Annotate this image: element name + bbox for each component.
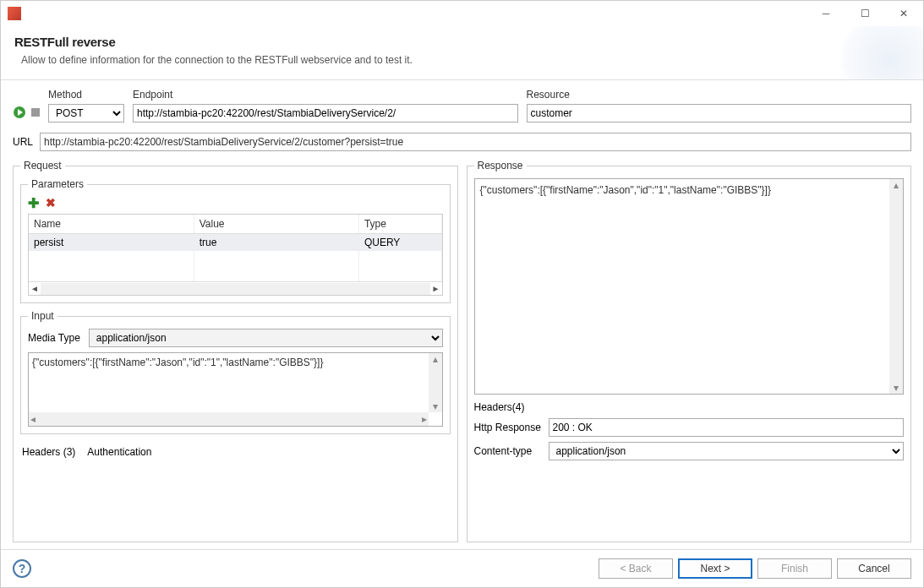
remove-parameter-icon[interactable]: ✖	[46, 197, 56, 210]
headers-tab[interactable]: Headers (3)	[22, 446, 75, 458]
wizard-footer: ? < Back Next > Finish Cancel	[1, 549, 923, 587]
media-type-select[interactable]: application/json	[89, 329, 443, 347]
authentication-tab[interactable]: Authentication	[87, 446, 151, 458]
vscroll[interactable]: ▴▾	[429, 353, 442, 412]
next-button[interactable]: Next >	[678, 558, 752, 579]
titlebar: ─ ☐ ✕	[1, 1, 923, 26]
cancel-button[interactable]: Cancel	[837, 558, 911, 579]
hscroll[interactable]: ◂▸	[29, 412, 429, 426]
table-row[interactable]: persist true QUERY	[29, 234, 441, 252]
connection-row: Method POST Endpoint Resource	[13, 89, 911, 122]
col-value: Value	[194, 215, 358, 234]
content-type-select[interactable]: application/json	[549, 442, 905, 460]
request-body-input[interactable]: {"customers":[{"firstName":"Jason","id":…	[28, 352, 443, 427]
vscroll[interactable]: ▴▾	[889, 179, 903, 394]
minimize-button[interactable]: ─	[806, 1, 845, 26]
input-legend: Input	[28, 310, 57, 322]
maximize-button[interactable]: ☐	[845, 1, 884, 26]
header-decoration	[839, 26, 923, 80]
col-name: Name	[29, 215, 194, 234]
http-response-label: Http Response	[474, 422, 544, 433]
col-type: Type	[358, 215, 441, 234]
resource-label: Resource	[527, 89, 912, 101]
response-legend: Response	[474, 160, 527, 172]
request-panel: Request Parameters ✚ ✖ Name Value	[13, 160, 458, 549]
table-hscroll[interactable]: ◄►	[29, 281, 442, 295]
table-row[interactable]	[29, 266, 441, 281]
response-panel: Response {"customers":[{"firstName":"Jas…	[467, 160, 912, 549]
method-select[interactable]: POST	[48, 104, 124, 122]
response-headers-label[interactable]: Headers(4)	[474, 401, 905, 413]
wizard-body: Method POST Endpoint Resource URL Reques…	[1, 80, 923, 549]
endpoint-input[interactable]	[133, 104, 518, 122]
play-icon[interactable]	[13, 106, 26, 119]
finish-button: Finish	[757, 558, 832, 579]
add-parameter-icon[interactable]: ✚	[28, 197, 39, 210]
resource-input[interactable]	[527, 104, 912, 122]
stop-icon[interactable]	[31, 108, 40, 117]
http-response-value: 200 : OK	[549, 418, 905, 437]
help-icon[interactable]: ?	[13, 559, 31, 578]
media-type-label: Media Type	[28, 332, 80, 344]
endpoint-label: Endpoint	[133, 89, 518, 101]
back-button: < Back	[599, 558, 673, 579]
method-label: Method	[48, 89, 124, 101]
page-title: RESTFull reverse	[14, 35, 910, 49]
url-display	[40, 133, 911, 151]
wizard-header: RESTFull reverse Allow to define informa…	[1, 26, 923, 80]
parameters-legend: Parameters	[28, 178, 87, 190]
app-icon	[8, 7, 21, 20]
content-type-label: Content-type	[474, 445, 544, 457]
table-row[interactable]	[29, 251, 441, 266]
url-label: URL	[13, 136, 33, 148]
request-legend: Request	[20, 160, 65, 172]
parameters-table[interactable]: Name Value Type persist true QUERY	[28, 214, 443, 296]
response-body[interactable]: {"customers":[{"firstName":"Jason","id":…	[474, 178, 905, 395]
page-subtitle: Allow to define information for the conn…	[14, 54, 910, 66]
close-button[interactable]: ✕	[884, 1, 923, 26]
